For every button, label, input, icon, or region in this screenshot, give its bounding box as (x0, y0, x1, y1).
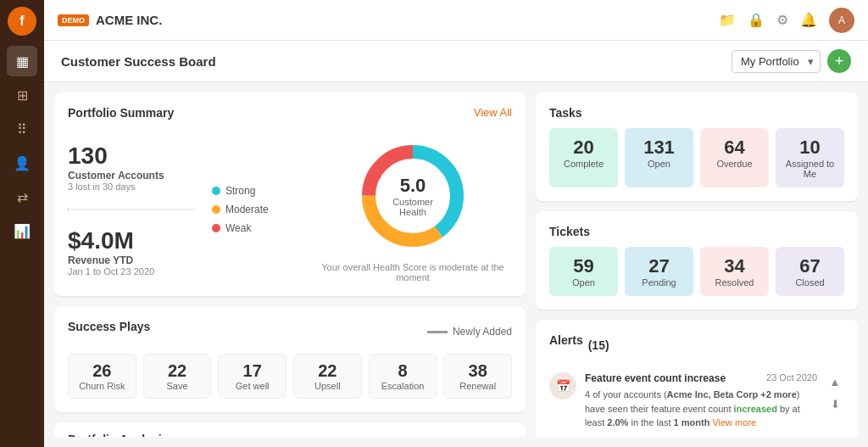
sp-get-well-value: 17 (225, 361, 279, 381)
dashboard-icon: ▦ (16, 53, 29, 70)
sp-renewal-value: 38 (451, 361, 504, 381)
sidebar-item-grid[interactable]: ⊞ (7, 80, 37, 110)
sidebar-item-apps[interactable]: ⠿ (7, 114, 37, 144)
legend-moderate: Moderate (212, 204, 297, 215)
alert-item-1: 📅 Feature event count increase 23 Oct 20… (549, 364, 844, 437)
moderate-dot (212, 205, 220, 214)
sp-get-well-label: Get well (225, 381, 279, 391)
alerts-title: Alerts (549, 333, 583, 347)
task-overdue-value: 64 (709, 137, 760, 159)
tasks-grid: 20 Complete 131 Open 64 Overdue 10 Assig… (549, 128, 844, 187)
task-open-label: Open (633, 159, 685, 169)
sp-renewal-label: Renewal (451, 381, 504, 391)
sp-renewal[interactable]: 38 Renewal (443, 354, 512, 399)
alert-date-1: 23 Oct 2020 (766, 372, 817, 384)
sidebar-item-user[interactable]: 👤 (7, 148, 37, 178)
portfolio-select[interactable]: My Portfolio (732, 50, 821, 73)
portfolio-summary-card: Portfolio Summary View All 130 Customer … (54, 92, 526, 296)
sp-escalation-label: Escalation (376, 381, 430, 391)
lock-icon[interactable]: 🔒 (748, 12, 765, 28)
brand: DEMO ACME INC. (58, 13, 709, 27)
ticket-pending-label: Pending (633, 277, 685, 288)
tasks-card: Tasks 20 Complete 131 Open 64 Overdue (536, 92, 858, 201)
sp-upsell-label: Upsell (301, 381, 354, 391)
ticket-pending[interactable]: 27 Pending (625, 247, 693, 296)
newly-added-line (427, 331, 448, 333)
alert-actions-1: ▲ ⬇ (826, 372, 844, 430)
user-icon: 👤 (14, 155, 31, 171)
alert-calendar-icon: 📅 (549, 372, 576, 400)
ps-legend: Strong Moderate Weak (212, 185, 297, 234)
donut-center: 5.0 Customer Health (383, 175, 442, 217)
sidebar-item-filter[interactable]: ⇄ (7, 182, 37, 212)
newly-added-label: Newly Added (453, 326, 512, 338)
donut-chart: 5.0 Customer Health (353, 137, 472, 255)
apps-icon: ⠿ (17, 121, 27, 137)
success-plays-header: Success Plays Newly Added (68, 320, 512, 344)
alerts-card: Alerts (15) 📅 Feature event count increa… (536, 320, 858, 437)
task-open[interactable]: 131 Open (625, 128, 693, 187)
alert-up-icon[interactable]: ▲ (826, 372, 844, 391)
ticket-closed[interactable]: 67 Closed (776, 247, 844, 296)
sp-save-label: Save (151, 381, 204, 391)
sidebar-item-chart[interactable]: 📊 (7, 215, 37, 246)
sidebar: f ▦ ⊞ ⠿ 👤 ⇄ 📊 (0, 0, 44, 447)
tasks-title: Tasks (549, 106, 582, 120)
revenue-label: Revenue YTD (68, 254, 195, 266)
task-assigned-label: Assigned to Me (784, 159, 836, 179)
company-name: ACME INC. (96, 13, 162, 27)
strong-dot (212, 187, 220, 195)
page-header: Customer Success Board My Portfolio + (44, 41, 868, 82)
sp-save[interactable]: 22 Save (143, 354, 212, 399)
app-logo[interactable]: f (8, 7, 36, 36)
ticket-open-value: 59 (558, 255, 609, 277)
alert-header-1: Feature event count increase 23 Oct 2020 (585, 372, 817, 384)
success-plays-title: Success Plays (68, 320, 150, 333)
view-more-link[interactable]: View more (712, 417, 756, 427)
ticket-open-label: Open (558, 277, 609, 288)
ticket-closed-label: Closed (784, 277, 836, 288)
notifications-icon[interactable]: 🔔 (800, 12, 817, 28)
sp-churn-risk[interactable]: 26 Churn Risk (68, 354, 136, 399)
alert-download-icon[interactable]: ⬇ (826, 394, 844, 413)
ps-stats: 130 Customer Accounts 3 lost in 30 days … (68, 142, 195, 277)
right-panel: Tasks 20 Complete 131 Open 64 Overdue (536, 92, 858, 437)
grid-icon: ⊞ (17, 87, 28, 103)
sidebar-item-dashboard[interactable]: ▦ (7, 46, 37, 76)
chart-icon: 📊 (14, 223, 31, 239)
alert-body-1: Feature event count increase 23 Oct 2020… (585, 372, 817, 430)
task-complete-label: Complete (558, 159, 609, 169)
task-assigned[interactable]: 10 Assigned to Me (776, 128, 844, 187)
ticket-open[interactable]: 59 Open (549, 247, 618, 296)
alerts-count: (15) (588, 338, 609, 352)
topbar: DEMO ACME INC. 📁 🔒 ⚙ 🔔 A (44, 0, 868, 41)
page-header-right: My Portfolio + (732, 49, 851, 73)
health-score-value: 5.0 (383, 175, 442, 197)
legend-weak: Weak (212, 222, 297, 234)
ticket-resolved-value: 34 (709, 255, 760, 277)
main-content: DEMO ACME INC. 📁 🔒 ⚙ 🔔 A Customer Succes… (44, 0, 868, 447)
settings-icon[interactable]: ⚙ (776, 12, 788, 28)
alert-accounts-1: Acme Inc, Beta Corp +2 more (667, 389, 797, 400)
portfolio-summary-title: Portfolio Summary (68, 106, 174, 120)
sp-upsell-value: 22 (301, 361, 354, 381)
moderate-label: Moderate (225, 204, 269, 215)
task-complete[interactable]: 20 Complete (549, 128, 618, 187)
left-panel: Portfolio Summary View All 130 Customer … (54, 92, 526, 437)
portfolio-select-wrapper[interactable]: My Portfolio (732, 50, 821, 73)
tickets-title: Tickets (549, 225, 590, 238)
revenue-value: $4.0M (68, 227, 195, 254)
add-button[interactable]: + (827, 49, 851, 73)
alert-title-1: Feature event count increase (585, 372, 726, 384)
avatar[interactable]: A (829, 8, 854, 33)
folder-icon[interactable]: 📁 (719, 12, 736, 28)
strong-label: Strong (225, 185, 255, 197)
sp-upsell[interactable]: 22 Upsell (293, 354, 362, 399)
sp-escalation[interactable]: 8 Escalation (369, 354, 437, 399)
ticket-resolved[interactable]: 34 Resolved (700, 247, 769, 296)
legend-strong: Strong (212, 185, 297, 197)
tickets-card: Tickets 59 Open 27 Pending 34 Resolved (536, 211, 858, 310)
task-overdue[interactable]: 64 Overdue (700, 128, 769, 187)
sp-get-well[interactable]: 17 Get well (218, 354, 287, 399)
view-all-link[interactable]: View All (474, 106, 512, 119)
